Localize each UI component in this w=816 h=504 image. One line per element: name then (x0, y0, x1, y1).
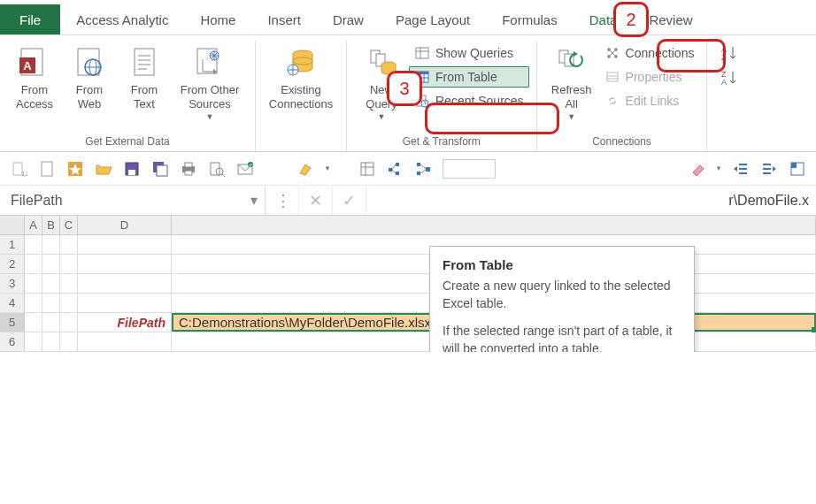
existing-connections-icon (283, 44, 319, 80)
cell-d5-filepath-label[interactable]: FilePath (78, 313, 172, 332)
new-query-button[interactable]: New Query ▼ (354, 41, 409, 122)
svg-point-34 (607, 48, 611, 51)
tab-file[interactable]: File (0, 4, 60, 34)
group-label-get-external: Get External Data (85, 135, 169, 151)
cell[interactable] (78, 274, 172, 293)
formula-fx-handle[interactable]: ⋮ (266, 186, 299, 215)
cell[interactable] (25, 294, 42, 312)
cell[interactable] (25, 235, 42, 254)
tooltip-title: From Table (443, 257, 681, 272)
row-header[interactable]: 3 (0, 274, 25, 293)
qat-email-icon[interactable] (235, 159, 255, 179)
refresh-all-button[interactable]: Refresh All ▼ (544, 41, 599, 122)
cell[interactable] (60, 294, 78, 312)
qat-paste-icon[interactable]: 12 (9, 159, 28, 179)
qat-clear-format-icon[interactable] (296, 159, 315, 179)
formula-bar-text[interactable]: r\DemoFile.x (366, 186, 816, 215)
from-access-button[interactable]: A From Access (7, 41, 62, 112)
cell[interactable] (25, 274, 42, 293)
sort-za-icon[interactable]: ZA (720, 69, 739, 87)
qat-new-icon[interactable] (37, 159, 57, 179)
col-header-e[interactable] (172, 216, 816, 234)
tooltip-p1: Create a new query linked to the selecte… (443, 278, 681, 312)
from-web-button[interactable]: From Web (62, 41, 117, 112)
tab-access-analytic[interactable]: Access Analytic (60, 4, 184, 34)
svg-rect-57 (211, 163, 219, 175)
row-header[interactable]: 4 (0, 294, 25, 312)
qat-input-box[interactable] (443, 159, 496, 179)
cell[interactable] (78, 235, 172, 254)
existing-connections-button[interactable]: Existing Connections (263, 41, 339, 112)
cell[interactable] (42, 274, 60, 293)
show-queries-button[interactable]: Show Queries (409, 42, 529, 64)
qat-eraser-icon[interactable] (687, 159, 706, 179)
row-header[interactable]: 2 (0, 255, 25, 273)
qat-save-icon[interactable] (122, 159, 142, 179)
row-header[interactable]: 1 (0, 235, 25, 254)
cell[interactable] (42, 332, 60, 351)
qat-dropdown-caret[interactable]: ▼ (715, 164, 722, 172)
dropdown-caret-icon: ▼ (567, 112, 575, 122)
formula-cancel-button[interactable]: ✕ (299, 186, 333, 215)
sort-az-icon[interactable]: AZ (720, 44, 739, 62)
from-text-button[interactable]: From Text (117, 41, 172, 112)
dropdown-caret-icon: ▼ (378, 112, 386, 122)
cell[interactable] (60, 255, 78, 273)
formula-enter-button[interactable]: ✓ (333, 186, 366, 215)
properties-label: Properties (626, 70, 682, 84)
recent-sources-button[interactable]: Recent Sources (409, 90, 529, 111)
cell[interactable] (42, 235, 60, 254)
name-box[interactable]: FilePath ▾ (0, 186, 266, 215)
cell[interactable] (60, 274, 78, 293)
show-queries-icon (414, 45, 430, 61)
cell[interactable] (25, 255, 42, 273)
select-all-corner[interactable] (0, 216, 25, 234)
qat-ungroup-icon[interactable] (386, 159, 405, 179)
new-query-label: New Query (366, 83, 396, 112)
cell[interactable] (25, 332, 42, 351)
qat-star-icon[interactable] (65, 159, 85, 179)
connections-button[interactable]: Connections (599, 42, 700, 64)
cell[interactable] (42, 313, 60, 332)
cell[interactable] (78, 255, 172, 273)
from-other-sources-button[interactable]: From Other Sources ▼ (172, 41, 248, 122)
svg-rect-7 (135, 49, 154, 75)
qat-saveas-icon[interactable] (150, 159, 170, 179)
name-box-dropdown-icon[interactable]: ▾ (250, 192, 258, 209)
tab-review[interactable]: Review (633, 4, 708, 34)
cell[interactable] (60, 313, 78, 332)
from-table-button[interactable]: From Table (409, 66, 529, 88)
qat-open-icon[interactable] (94, 159, 113, 179)
tab-draw[interactable]: Draw (317, 4, 380, 34)
col-header-a[interactable]: A (25, 216, 42, 234)
cell[interactable] (25, 313, 42, 332)
dropdown-caret-icon: ▼ (206, 112, 214, 122)
tab-formulas[interactable]: Formulas (486, 4, 574, 34)
tab-data[interactable]: Data (574, 4, 634, 34)
tab-page-layout[interactable]: Page Layout (380, 4, 486, 34)
svg-rect-70 (426, 167, 430, 172)
col-header-d[interactable]: D (78, 216, 172, 234)
qat-preview-icon[interactable] (207, 159, 227, 179)
svg-rect-56 (185, 171, 192, 175)
qat-freeze-icon[interactable] (358, 159, 377, 179)
cell[interactable] (78, 332, 172, 351)
row-header[interactable]: 6 (0, 332, 25, 351)
qat-quickprint-icon[interactable] (179, 159, 198, 179)
qat-group-icon[interactable] (414, 159, 434, 179)
tab-insert[interactable]: Insert (251, 4, 317, 34)
svg-marker-74 (734, 166, 737, 172)
col-header-c[interactable]: C (60, 216, 78, 234)
col-header-b[interactable]: B (42, 216, 60, 234)
qat-dropdown-caret[interactable]: ▼ (324, 164, 331, 172)
qat-pivot-icon[interactable] (788, 159, 807, 179)
tab-home[interactable]: Home (184, 4, 251, 34)
cell[interactable] (78, 294, 172, 312)
cell[interactable] (60, 235, 78, 254)
cell[interactable] (60, 332, 78, 351)
qat-indent-icon[interactable] (759, 159, 779, 179)
cell[interactable] (42, 294, 60, 312)
cell[interactable] (42, 255, 60, 273)
row-header[interactable]: 5 (0, 313, 25, 332)
qat-outdent-icon[interactable] (731, 159, 751, 179)
